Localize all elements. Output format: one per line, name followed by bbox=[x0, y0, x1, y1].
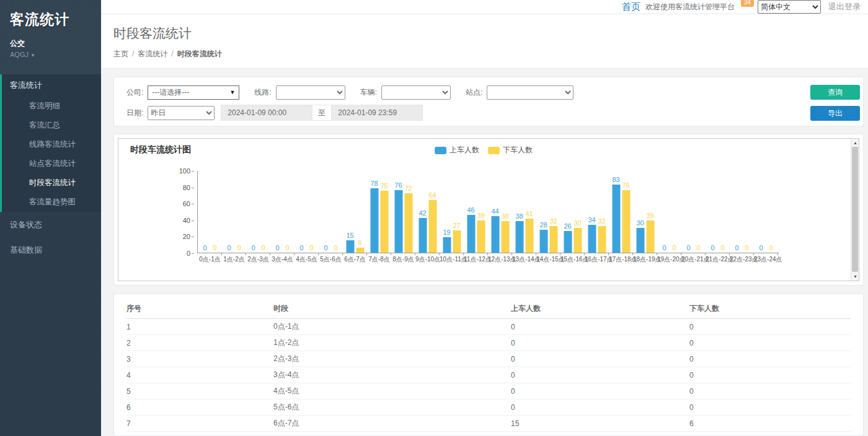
bar-value-label: 0 bbox=[309, 244, 313, 251]
bar-value-label: 0 bbox=[299, 244, 303, 251]
chart-category-group: 384113点-14点 bbox=[512, 170, 536, 253]
chart-category-group: 003点-4点 bbox=[270, 170, 294, 253]
chart-category-group: 76728点-9点 bbox=[391, 170, 415, 253]
sidebar-subitem[interactable]: 客流明细 bbox=[2, 97, 101, 116]
bar bbox=[588, 225, 596, 253]
table-header-index: 序号 bbox=[126, 303, 273, 314]
legend-item[interactable]: 下车人数 bbox=[488, 145, 533, 155]
chart-vertical-scrollbar[interactable]: ▲ ▼ bbox=[851, 139, 859, 281]
legend-item[interactable]: 上车人数 bbox=[435, 145, 479, 155]
org-code-dropdown[interactable]: AQGJ ▼ bbox=[10, 51, 91, 58]
query-button[interactable]: 查询 bbox=[810, 85, 860, 100]
bar-value-label: 46 bbox=[467, 206, 474, 214]
table-cell: 0 bbox=[511, 403, 689, 412]
bar-value-label: 0 bbox=[227, 244, 231, 251]
bar-value-label: 0 bbox=[203, 244, 206, 251]
table-cell: 0 bbox=[689, 355, 851, 364]
bar-value-label: 15 bbox=[346, 232, 353, 239]
table-header-alighting: 下车人数 bbox=[689, 303, 851, 314]
station-label: 站点: bbox=[466, 87, 482, 98]
bar bbox=[467, 215, 475, 253]
scrollbar-thumb[interactable] bbox=[852, 147, 858, 272]
x-axis-label: 15点-16点 bbox=[560, 255, 585, 264]
main-area: 首页 欢迎使用客流统计管理平台 34 简体中文 退出登录 时段客流统计 主页/客… bbox=[101, 0, 868, 436]
bar bbox=[491, 216, 499, 253]
breadcrumb: 主页/客流统计/时段客流统计 bbox=[113, 49, 856, 59]
bar bbox=[428, 200, 436, 253]
legend-swatch bbox=[435, 147, 446, 154]
scrollbar-down-icon[interactable]: ▼ bbox=[851, 272, 859, 281]
table-header-boarding: 上车人数 bbox=[511, 303, 689, 314]
breadcrumb-passenger-stats[interactable]: 客流统计 bbox=[138, 50, 167, 58]
table-cell: 0 bbox=[689, 339, 851, 347]
bar-value-label: 72 bbox=[404, 185, 412, 192]
company-select[interactable]: ---请选择--- ▼ bbox=[148, 85, 239, 100]
date-label: 日期: bbox=[126, 108, 143, 118]
page-title: 时段客流统计 bbox=[113, 25, 856, 42]
bar bbox=[380, 191, 388, 253]
bar bbox=[525, 219, 533, 253]
vehicle-select[interactable] bbox=[381, 85, 451, 100]
chart-category-group: 42649点-10点 bbox=[415, 170, 440, 253]
chart-category-group: 0019点-20点 bbox=[657, 170, 681, 253]
notification-badge[interactable]: 34 bbox=[741, 0, 754, 7]
line-select[interactable] bbox=[276, 85, 345, 100]
bar-value-label: 32 bbox=[549, 217, 557, 225]
table-cell: 15 bbox=[511, 419, 689, 428]
scrollbar-up-icon[interactable]: ▲ bbox=[851, 139, 859, 147]
date-to-input[interactable]: 2024-01-09 23:59 bbox=[331, 105, 423, 121]
bar-value-label: 0 bbox=[711, 244, 714, 251]
chart-plot: 000点-1点001点-2点002点-3点003点-4点004点-5点005点-… bbox=[197, 171, 779, 253]
table-cell: 4 bbox=[126, 371, 273, 380]
table-cell: 0 bbox=[511, 323, 689, 331]
language-select[interactable]: 简体中文 bbox=[758, 0, 821, 14]
bar-value-label: 0 bbox=[261, 244, 265, 251]
sidebar-item-base-data[interactable]: 基础数据 bbox=[0, 238, 101, 263]
chart-category-group: 0021点-22点 bbox=[706, 170, 730, 253]
bar bbox=[404, 193, 412, 253]
sidebar-subitem[interactable]: 站点客流统计 bbox=[2, 154, 101, 173]
x-axis-label: 2点-3点 bbox=[246, 255, 270, 264]
x-axis-label: 8点-9点 bbox=[391, 255, 415, 264]
sidebar-nav: 客流统计 客流明细客流汇总线路客流统计站点客流统计时段客流统计客流量趋势图 设备… bbox=[0, 74, 101, 263]
date-from-input[interactable]: 2024-01-09 00:00 bbox=[221, 105, 312, 121]
x-axis-label: 9点-10点 bbox=[415, 255, 440, 264]
breadcrumb-home[interactable]: 主页 bbox=[113, 50, 128, 58]
sidebar-item-device-status[interactable]: 设备状态 bbox=[0, 212, 101, 237]
table-row: 21点-2点00 bbox=[126, 335, 851, 351]
chart-category-group: 004点-5点 bbox=[294, 170, 319, 253]
table-row: 65点-6点00 bbox=[126, 399, 851, 416]
date-preset-select[interactable]: 昨日 bbox=[148, 106, 215, 120]
bar-value-label: 42 bbox=[418, 209, 426, 217]
sidebar-subitem[interactable]: 线路客流统计 bbox=[2, 135, 101, 154]
bar bbox=[539, 230, 547, 253]
bar-value-label: 0 bbox=[735, 244, 738, 251]
sidebar-subitem[interactable]: 客流汇总 bbox=[2, 116, 101, 135]
logout-link[interactable]: 退出登录 bbox=[828, 1, 861, 12]
chart-category-group: 78757点-8点 bbox=[367, 170, 391, 253]
org-code-label: AQGJ bbox=[10, 51, 29, 58]
chevron-down-icon: ▼ bbox=[30, 53, 35, 58]
x-axis-label: 0点-1点 bbox=[198, 255, 222, 264]
bar-value-label: 78 bbox=[370, 180, 378, 187]
home-link[interactable]: 首页 bbox=[622, 1, 640, 13]
export-button[interactable]: 导出 bbox=[810, 106, 860, 121]
table-row: 10点-1点00 bbox=[126, 319, 851, 335]
bar-value-label: 0 bbox=[324, 244, 327, 251]
x-axis-label: 16点-17点 bbox=[585, 255, 609, 264]
table-cell: 7 bbox=[126, 419, 273, 428]
x-axis-label: 7点-8点 bbox=[367, 255, 391, 264]
station-select[interactable] bbox=[487, 85, 574, 100]
table-row: 54点-5点00 bbox=[126, 383, 851, 399]
sidebar-subitem[interactable]: 时段客流统计 bbox=[2, 173, 101, 193]
sidebar-subitem[interactable]: 客流量趋势图 bbox=[2, 193, 101, 212]
table-cell: 0 bbox=[689, 371, 851, 380]
bar bbox=[622, 190, 630, 253]
y-axis-tick-label: 100 bbox=[172, 167, 190, 175]
bar-value-label: 30 bbox=[574, 219, 581, 227]
bar-value-label: 0 bbox=[672, 244, 676, 251]
sidebar-item-passenger-stats[interactable]: 客流统计 bbox=[2, 74, 101, 97]
bar-value-label: 0 bbox=[769, 244, 773, 251]
chart-category-group: 837617点-18点 bbox=[609, 170, 633, 253]
table-cell: 0 bbox=[511, 387, 689, 396]
